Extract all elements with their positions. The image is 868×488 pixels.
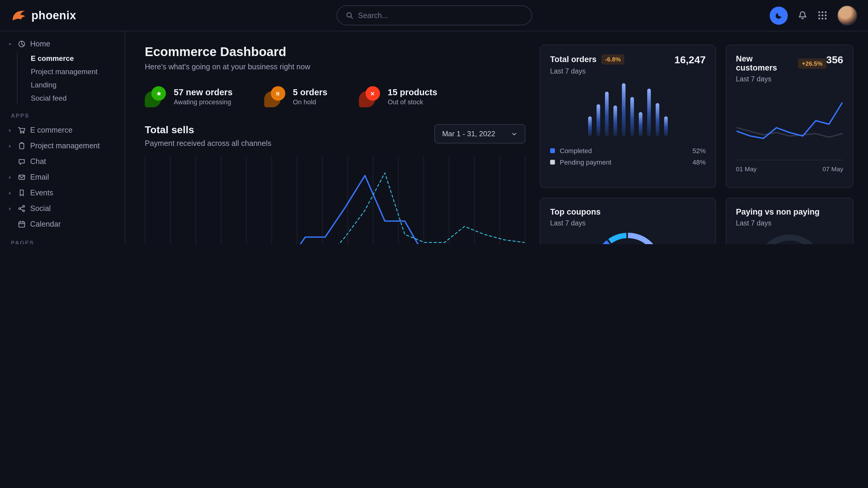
bar xyxy=(605,92,609,136)
chat-icon xyxy=(18,157,26,166)
new-customers-value: 356 xyxy=(826,54,843,66)
sidebar-item-e-commerce[interactable]: E commerce xyxy=(0,122,125,138)
stat-caption: On hold xyxy=(293,98,327,105)
sidebar-item-events[interactable]: Events xyxy=(0,185,125,201)
caret-icon xyxy=(7,174,13,180)
star-solid-icon xyxy=(155,90,162,97)
sidebar-item-social[interactable]: Social xyxy=(0,201,125,217)
total-sells-chart xyxy=(145,156,525,244)
card-title: New customers xyxy=(736,54,794,72)
sidebar-subitem-landing[interactable]: Landing xyxy=(18,78,125,92)
mail-icon xyxy=(18,173,26,182)
total-sells-header: Total sells Payment received across all … xyxy=(145,124,525,148)
legend-label: Completed xyxy=(560,147,592,154)
page-subtitle: Here's what's going on at your business … xyxy=(145,63,525,71)
legend-value: 52% xyxy=(692,147,706,154)
sidebar-item-home[interactable]: Home xyxy=(0,36,125,52)
main-content: Ecommerce Dashboard Here's what's going … xyxy=(125,31,868,244)
bar xyxy=(639,112,642,136)
sidebar-item-label: E commerce xyxy=(30,126,72,134)
total-orders-value: 16,247 xyxy=(674,54,706,66)
stat-value: 15 products xyxy=(388,88,437,97)
bar xyxy=(596,104,600,136)
legend-value: 48% xyxy=(692,158,706,165)
notifications-button[interactable] xyxy=(798,10,808,21)
caret-icon xyxy=(7,206,13,211)
sidebar-item-project-management[interactable]: Project management xyxy=(0,138,125,154)
caret-icon xyxy=(7,143,13,149)
new-customers-card: New customers +26.5% Last 7 days 356 01 … xyxy=(726,44,854,188)
sidebar-subitem-social-feed[interactable]: Social feed xyxy=(18,92,125,105)
sidebar-item-label: Calendar xyxy=(30,220,61,228)
sidebar-item-label: Email xyxy=(30,173,49,182)
sidebar-item-label: Chat xyxy=(30,157,46,166)
dashboard-top-section: Ecommerce Dashboard Here's what's going … xyxy=(125,31,868,244)
sidebar-subitem-project-management[interactable]: Project management xyxy=(18,65,125,78)
cart-icon xyxy=(18,126,26,134)
brand[interactable]: phoenix xyxy=(11,8,76,23)
x-tick: 01 May xyxy=(736,165,757,172)
chevron-down-icon xyxy=(511,131,518,137)
paying-gauge-chart xyxy=(738,233,841,244)
card-period: Last 7 days xyxy=(736,220,843,227)
legend-item: Pending payment48% xyxy=(550,156,706,168)
total-sells-subtitle: Payment received across all channels xyxy=(145,139,272,148)
stat-blob xyxy=(359,86,381,107)
x-tick: 07 May xyxy=(823,165,843,172)
x-icon xyxy=(369,90,376,97)
card-title: Total orders xyxy=(550,55,596,64)
bookmark-icon xyxy=(18,189,26,197)
card-title: Top coupons xyxy=(550,207,706,217)
stat-out-of-stock: 15 productsOut of stock xyxy=(359,86,437,107)
caret-icon xyxy=(7,41,13,47)
moon-icon xyxy=(775,11,783,20)
stat-blob xyxy=(145,86,166,107)
bar xyxy=(630,97,634,136)
sidebar-item-label: Social xyxy=(30,204,51,213)
legend-label: Pending payment xyxy=(560,158,611,165)
user-avatar[interactable] xyxy=(837,5,857,25)
dashboard-cards: Total orders -6.8% Last 7 days 16,247 Co… xyxy=(540,44,854,244)
date-range-value: Mar 1 - 31, 2022 xyxy=(442,130,495,138)
pause-icon xyxy=(275,90,281,97)
theme-toggle-button[interactable] xyxy=(770,6,788,24)
caret-icon xyxy=(7,190,13,196)
change-badge: -6.8% xyxy=(601,54,624,65)
bar xyxy=(656,103,659,136)
sidebar-item-email[interactable]: Email xyxy=(0,169,125,185)
card-period: Last 7 days xyxy=(550,67,624,75)
search-icon xyxy=(345,11,353,19)
sidebar-item-chat[interactable]: Chat xyxy=(0,154,125,169)
sidebar-item-label: Home xyxy=(30,40,50,48)
sidebar-subitem-e-commerce[interactable]: E commerce xyxy=(18,52,125,65)
sidebar: HomeE commerceProject managementLandingS… xyxy=(0,31,125,244)
legend-item: Completed52% xyxy=(550,145,706,156)
date-range-select[interactable]: Mar 1 - 31, 2022 xyxy=(434,124,525,143)
caret-icon xyxy=(7,174,13,180)
dashboard-left-column: Ecommerce Dashboard Here's what's going … xyxy=(145,44,525,244)
bar xyxy=(664,116,668,136)
caret-icon xyxy=(7,128,13,133)
new-customers-chart xyxy=(736,92,843,157)
global-search[interactable] xyxy=(336,5,532,25)
bar xyxy=(588,116,592,136)
top-coupons-card: Top coupons Last 7 days 72% Percentage d… xyxy=(540,198,716,244)
stat-value: 57 new orders xyxy=(174,88,232,97)
total-sells-title: Total sells xyxy=(145,124,272,136)
stats-row: 57 new ordersAwating processing5 ordersO… xyxy=(145,86,525,107)
card-period: Last 7 days xyxy=(736,75,826,83)
sidebar-section-title: APPS xyxy=(0,105,125,122)
card-title: Paying vs non paying xyxy=(736,207,843,217)
stat-caption: Out of stock xyxy=(388,98,437,105)
sidebar-item-calendar[interactable]: Calendar xyxy=(0,217,125,232)
stat-blob xyxy=(264,86,286,107)
search-input[interactable] xyxy=(358,11,523,20)
bell-icon xyxy=(798,10,808,21)
apps-grid-button[interactable] xyxy=(817,10,828,21)
bar xyxy=(614,105,617,136)
sidebar-item-label: Project management xyxy=(30,142,100,150)
sidebar-item-label: Events xyxy=(30,189,53,197)
caret-icon xyxy=(7,128,13,133)
bar xyxy=(622,83,625,136)
caret-icon xyxy=(7,143,13,149)
